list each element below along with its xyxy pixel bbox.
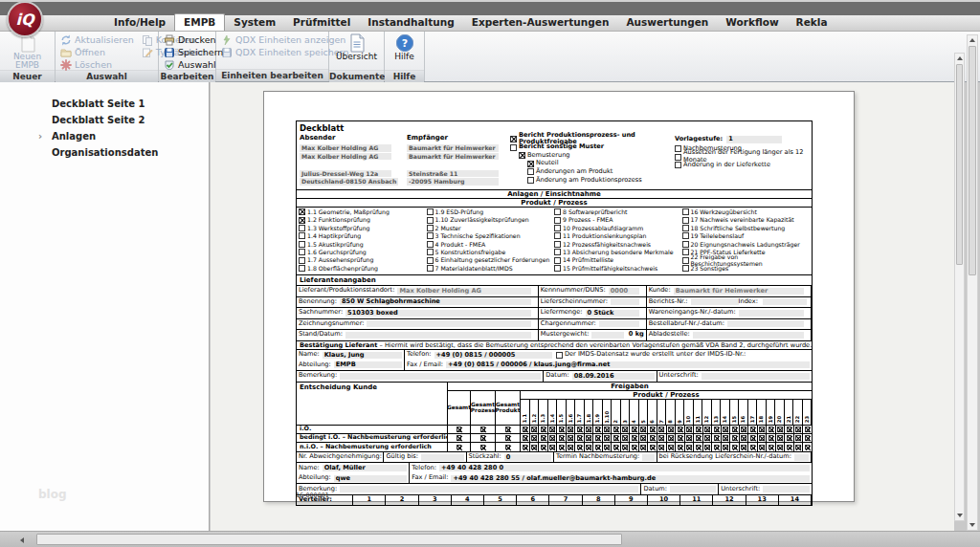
decision-cell[interactable] xyxy=(748,426,758,433)
document-vertical-scrollbar[interactable] xyxy=(954,53,965,521)
decision-cell[interactable] xyxy=(740,426,749,433)
sender-line[interactable]: Julius-Dressel-Weg 12a xyxy=(300,169,407,178)
checkbox[interactable] xyxy=(554,225,561,231)
decision-cell[interactable] xyxy=(712,443,722,450)
checkbox[interactable] xyxy=(777,435,783,441)
checkbox[interactable] xyxy=(682,232,689,239)
distributor-cell[interactable]: 9 xyxy=(615,495,648,506)
checkbox[interactable] xyxy=(427,208,434,215)
distributor-cell[interactable]: 13 xyxy=(746,495,779,506)
distributor-cell[interactable]: 12 xyxy=(713,495,746,506)
decision-cell[interactable] xyxy=(557,426,567,433)
attachment-item[interactable]: 13 Absicherung besondere Merkmale xyxy=(554,249,682,256)
form-field[interactable]: Berichts-Nr.: Index: xyxy=(647,297,812,308)
form-field[interactable]: Lieferscheinnummer: xyxy=(539,297,647,308)
attachment-item[interactable]: 20 Eignungsnachweis Ladungsträger xyxy=(682,240,811,248)
decision-cell[interactable] xyxy=(648,426,657,433)
scroll-up-icon[interactable] xyxy=(968,35,977,45)
recipient-line[interactable]: Baumarkt für Heimwerker xyxy=(407,152,510,161)
recipient-line[interactable] xyxy=(407,161,510,169)
decision-cell[interactable] xyxy=(612,434,621,442)
checkbox[interactable] xyxy=(523,427,528,432)
signature-field[interactable]: Unterschrift: xyxy=(657,371,812,382)
decision-cell[interactable] xyxy=(758,426,768,433)
attachment-item[interactable]: 6 Einhaltung gesetzlicher Forderungen xyxy=(427,256,555,264)
decision-cell[interactable] xyxy=(567,434,576,442)
decision-cell[interactable] xyxy=(703,443,713,450)
help-button[interactable]: ? Hilfe xyxy=(388,33,421,68)
checkbox[interactable] xyxy=(787,445,792,450)
checkbox[interactable] xyxy=(299,232,305,239)
attachment-item[interactable]: 2 Muster xyxy=(427,224,555,231)
decision-cell[interactable] xyxy=(585,426,594,433)
checkbox[interactable] xyxy=(427,257,434,264)
decision-cell[interactable] xyxy=(521,434,530,442)
checkbox[interactable] xyxy=(650,445,656,450)
attachment-item[interactable]: 12 Prozessfähigkeitsnachweis xyxy=(554,240,682,248)
tree-item[interactable]: › Deckblatt Seite 1 xyxy=(0,96,209,112)
decision-cell[interactable] xyxy=(448,434,471,442)
checkbox[interactable] xyxy=(519,152,525,159)
checkbox[interactable] xyxy=(554,241,561,248)
decision-cell[interactable] xyxy=(722,434,731,442)
attachment-item[interactable]: 14 Prüfmittelliste xyxy=(554,256,682,264)
checkbox[interactable] xyxy=(723,427,728,432)
decision-cell[interactable] xyxy=(794,426,804,433)
checkbox[interactable] xyxy=(427,225,434,231)
checkbox[interactable] xyxy=(622,445,628,450)
sender-line[interactable]: Max Kolber Holding AG xyxy=(300,144,407,153)
decision-cell[interactable] xyxy=(593,443,603,450)
checkbox[interactable] xyxy=(559,445,565,450)
app-horizontal-scrollbar[interactable] xyxy=(0,531,980,547)
decision-cell[interactable] xyxy=(676,443,685,450)
form-field[interactable]: Kunde: Baumarkt für Heimwerker xyxy=(647,286,812,296)
checkbox[interactable] xyxy=(531,445,537,450)
decision-cell[interactable] xyxy=(630,443,639,450)
checkbox[interactable] xyxy=(549,435,555,441)
decision-cell[interactable] xyxy=(667,426,677,433)
attachment-item[interactable]: 1.10 Zuverlässigkeitsprüfungen xyxy=(427,216,555,224)
decision-cell[interactable] xyxy=(657,434,667,442)
scrollbar-thumb[interactable] xyxy=(36,534,622,545)
decision-cell[interactable] xyxy=(471,443,496,450)
form-field[interactable]: Chargennummer: xyxy=(539,319,647,330)
refresh-button[interactable]: Aktualisieren xyxy=(58,33,136,46)
checkbox[interactable] xyxy=(682,265,689,272)
attachment-item[interactable]: 10 Prozessablaufdiagramm xyxy=(554,224,682,231)
checkbox[interactable] xyxy=(549,445,555,450)
customer-dept-field[interactable]: Abteilung: qwe xyxy=(297,473,410,484)
checkbox[interactable] xyxy=(714,445,720,450)
decision-cell[interactable] xyxy=(539,443,548,450)
decision-cell[interactable] xyxy=(730,434,740,442)
decision-cell[interactable] xyxy=(612,443,621,450)
distributor-cell[interactable]: 11 xyxy=(680,495,713,506)
checkbox[interactable] xyxy=(613,435,619,441)
checkbox[interactable] xyxy=(704,445,710,450)
menu-tab[interactable]: Instandhaltung xyxy=(359,14,462,31)
supplier-phone-field[interactable]: Telefon: +49 (0) 0815 / 000005 xyxy=(405,350,554,361)
decision-cell[interactable] xyxy=(585,443,594,450)
decision-cell[interactable] xyxy=(803,443,812,450)
distributor-cell[interactable]: 3 xyxy=(419,495,452,506)
attachment-item[interactable]: 1.1 Geometrie, Maßprüfung xyxy=(299,208,427,216)
decision-cell[interactable] xyxy=(496,426,521,433)
attachment-item[interactable]: 18 Schriftliche Selbstbewertung xyxy=(682,224,811,231)
scrollbar-thumb[interactable] xyxy=(969,46,976,275)
menu-tab[interactable]: EMPB xyxy=(174,13,225,31)
decision-cell[interactable] xyxy=(612,426,621,433)
decision-cell[interactable] xyxy=(712,434,722,442)
distributor-cell[interactable]: 2 xyxy=(386,495,418,506)
checkbox[interactable] xyxy=(577,427,583,432)
sender-line[interactable]: Deutschland-08150 Ansbach xyxy=(300,178,407,186)
attachment-item[interactable]: 17 Nachweis vereinbarte Kapazität xyxy=(682,216,811,224)
checkbox[interactable] xyxy=(527,177,534,184)
form-field[interactable]: Liefermenge: 0 Stück xyxy=(539,308,647,318)
checkbox[interactable] xyxy=(704,427,710,432)
decision-cell[interactable] xyxy=(639,443,649,450)
decision-cell[interactable] xyxy=(776,426,786,433)
decision-cell[interactable] xyxy=(530,426,540,433)
checkbox[interactable] xyxy=(675,162,681,168)
checkbox[interactable] xyxy=(480,427,486,432)
checkbox[interactable] xyxy=(559,435,565,441)
checkbox[interactable] xyxy=(299,225,305,231)
